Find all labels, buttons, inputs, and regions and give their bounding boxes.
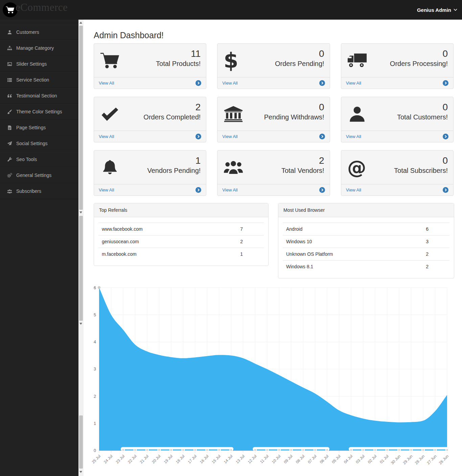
svg-text:1: 1 (94, 421, 96, 426)
chevron-circle-right-icon[interactable] (443, 187, 448, 193)
panel-title: Most Used Browser (278, 203, 454, 217)
svg-text:14 Jul: 14 Jul (223, 454, 233, 464)
sidebar-item-label: Theme Color Settings (16, 109, 62, 114)
sidebar: VendorsCustomersManage CategorySlider Se… (0, 20, 78, 476)
browser-row: Windows 103 (283, 235, 449, 248)
stat-card-body: 1Vendors Pending! (94, 151, 206, 184)
row-label: m.facebook.com (102, 251, 137, 257)
stat-value: 0 (397, 101, 448, 113)
svg-text:16 Jul: 16 Jul (199, 454, 209, 464)
view-all-link[interactable]: View All (99, 187, 114, 192)
svg-text:30 Jun: 30 Jun (390, 454, 401, 465)
view-all-link[interactable]: View All (346, 134, 361, 139)
row-value: 6 (426, 226, 446, 232)
sidebar-item-general-settings[interactable]: General Settings (0, 167, 78, 183)
row-value: 3 (426, 239, 446, 244)
svg-text:12 Jul: 12 Jul (247, 454, 257, 464)
view-all-link[interactable]: View All (346, 81, 361, 86)
chevron-circle-right-icon[interactable] (319, 187, 325, 193)
svg-text:6: 6 (94, 286, 96, 290)
view-all-link[interactable]: View All (99, 81, 114, 86)
row-label: Android (286, 226, 302, 232)
scroll-up-arrow-icon[interactable] (79, 22, 82, 24)
chevron-circle-right-icon[interactable] (195, 134, 201, 139)
sidebar-item-label: Customers (16, 29, 39, 35)
stat-card-orders-completed: 2Orders Completed!View All (94, 97, 206, 142)
view-all-link[interactable]: View All (222, 81, 237, 86)
stat-card-footer: View All (94, 131, 206, 142)
chevron-circle-right-icon[interactable] (443, 80, 448, 86)
chevron-circle-right-icon[interactable] (319, 134, 325, 139)
sidebar-scrollbar[interactable] (78, 20, 84, 476)
chevron-circle-right-icon[interactable] (195, 80, 201, 86)
user-menu[interactable]: Genius Admin (417, 0, 457, 20)
svg-text:22 Jul: 22 Jul (127, 454, 137, 464)
sidebar-item-slider-settings[interactable]: Slider Settings (0, 56, 78, 72)
sidebar-item-label: Testimonial Section (16, 93, 57, 98)
top-referrals-panel: Top Referrals www.facebook.com7geniusoce… (94, 203, 269, 266)
row-value: 2 (240, 239, 260, 244)
scroll-down-arrow-icon[interactable] (79, 471, 82, 473)
cart-logo-icon (6, 6, 15, 14)
sidebar-item-theme-color-settings[interactable]: Theme Color Settings (0, 104, 78, 120)
chevron-circle-right-icon[interactable] (319, 80, 325, 86)
sidebar-item-vendors[interactable]: Vendors (0, 20, 78, 24)
view-all-link[interactable]: View All (346, 187, 361, 192)
sidebar-item-customers[interactable]: Customers (0, 24, 78, 40)
stat-card-total-vendors: 2Total Vendors!View All (217, 150, 330, 196)
sidebar-item-social-settings[interactable]: Social Settings (0, 136, 78, 152)
chevron-circle-right-icon[interactable] (443, 134, 448, 139)
sidebar-item-seo-tools[interactable]: Seo Tools (0, 152, 78, 167)
svg-text:20 Jul: 20 Jul (151, 454, 161, 464)
stat-card-body: @0Total Subscribers! (341, 151, 453, 184)
svg-text:21 Jul: 21 Jul (139, 454, 149, 464)
list-icon (7, 77, 13, 83)
sidebar-item-page-settings[interactable]: Page Settings (0, 120, 78, 136)
stat-value: 1 (147, 155, 201, 166)
svg-text:4: 4 (94, 340, 96, 344)
svg-text:18 Jul: 18 Jul (175, 454, 185, 464)
scrollbar-thumb[interactable] (79, 216, 83, 321)
stat-card-footer: View All (341, 184, 453, 196)
view-all-link[interactable]: View All (222, 187, 237, 192)
stat-value: 11 (156, 48, 201, 59)
stat-card-body: 0Total Customers! (341, 97, 453, 131)
chart-x-axis-labels: 25 Jul24 Jul23 Jul22 Jul21 Jul20 Jul19 J… (91, 454, 449, 465)
scroll-down-arrow-icon[interactable] (79, 323, 82, 325)
browser-row: Android6 (283, 223, 449, 235)
at-icon: @ (347, 158, 366, 177)
check-icon (100, 106, 120, 122)
stat-card-vendors-pending: 1Vendors Pending!View All (94, 150, 206, 196)
cogs-icon (7, 173, 13, 178)
sidebar-item-testimonial-section[interactable]: Testimonial Section (0, 88, 78, 104)
stat-value: 2 (281, 155, 324, 166)
users-icon (7, 189, 13, 194)
svg-text:5: 5 (94, 313, 96, 317)
referral-row: m.facebook.com1 (98, 248, 264, 260)
svg-text:28 Jun: 28 Jun (414, 454, 425, 465)
sidebar-item-label: Slider Settings (16, 61, 47, 67)
dollar-icon: $ (224, 51, 238, 70)
svg-text:24 Jul: 24 Jul (103, 454, 113, 464)
scrollbar-thumb[interactable] (79, 415, 83, 469)
sidebar-item-manage-category[interactable]: Manage Category (0, 40, 78, 56)
stat-label: Orders Pending! (275, 59, 324, 68)
row-label: Windows 8.1 (286, 264, 313, 269)
stat-cards-grid: 11Total Products!View All$0Orders Pendin… (94, 43, 454, 196)
sidebar-item-service-section[interactable]: Service Section (0, 72, 78, 88)
view-all-link[interactable]: View All (99, 134, 114, 139)
scroll-down-arrow-icon[interactable] (79, 211, 82, 213)
sidebar-item-subscribers[interactable]: Subscribers (0, 183, 78, 199)
chevron-circle-right-icon[interactable] (195, 187, 201, 193)
svg-text:17 Jul: 17 Jul (187, 454, 197, 464)
file-icon (7, 125, 13, 130)
most-used-browser-panel: Most Used Browser Android6Windows 103Unk… (278, 203, 454, 278)
chart-point-marker (98, 286, 100, 289)
scrollbar-thumb[interactable] (79, 26, 83, 210)
stat-card-body: 2Total Vendors! (217, 151, 329, 184)
view-all-link[interactable]: View All (222, 134, 237, 139)
svg-text:25 Jul: 25 Jul (91, 454, 101, 464)
sidebar-item-clipped[interactable]: Vendors (0, 20, 78, 24)
bell-icon (100, 159, 120, 176)
stat-card-orders-processing: 0Orders Processing!View All (341, 43, 454, 89)
